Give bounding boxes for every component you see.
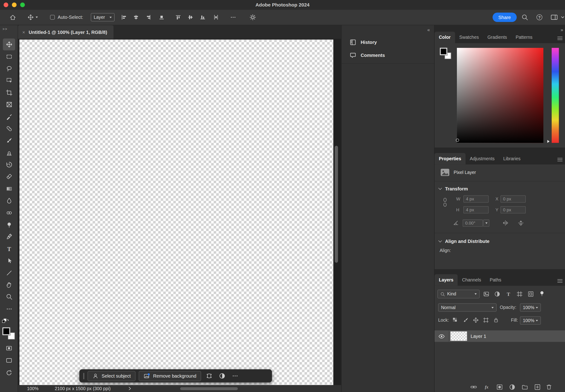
filter-smart-objects-button[interactable] (528, 291, 534, 297)
layer-filter-dropdown[interactable]: Kind (437, 290, 479, 298)
layer-thumbnail[interactable] (450, 331, 467, 341)
history-brush-tool-button[interactable] (3, 159, 15, 171)
move-tool-button[interactable] (3, 39, 15, 51)
canvas[interactable] (19, 40, 333, 385)
align-top-button[interactable] (176, 15, 181, 20)
lock-transparency-button[interactable] (452, 317, 458, 323)
align-bottom-button[interactable] (200, 15, 205, 20)
object-selection-tool-button[interactable] (3, 75, 15, 87)
layer-style-button[interactable]: fx (483, 384, 490, 390)
filter-type-layers-button[interactable]: T (505, 291, 512, 297)
frame-tool-button[interactable] (3, 99, 15, 111)
eyedropper-tool-button[interactable] (3, 111, 15, 123)
search-button[interactable] (521, 14, 528, 21)
tab-properties[interactable]: Properties (434, 153, 465, 165)
height-field[interactable]: 4 px (463, 206, 489, 213)
delete-layer-button[interactable] (546, 384, 552, 390)
auto-select-dropdown[interactable]: Layer (91, 13, 115, 22)
comments-panel-button[interactable]: Comments (346, 49, 388, 61)
flip-vertical-button[interactable] (517, 219, 524, 226)
filter-pixel-layers-button[interactable] (483, 291, 490, 297)
auto-select-checkbox[interactable] (50, 15, 55, 19)
foreground-color-swatch[interactable] (440, 48, 447, 55)
tab-layers[interactable]: Layers (434, 274, 458, 286)
zoom-tool-button[interactable] (3, 291, 15, 303)
screen-mode-button[interactable] (5, 357, 13, 364)
width-field[interactable]: 4 px (463, 196, 489, 203)
filter-toggle-button[interactable] (539, 290, 545, 297)
add-layer-mask-button[interactable] (496, 384, 503, 390)
hue-slider[interactable] (552, 48, 559, 143)
select-subject-button[interactable]: Select subject (88, 371, 135, 381)
default-colors-icon[interactable] (2, 318, 10, 324)
adjustments-button[interactable] (217, 371, 227, 381)
zoom-level-field[interactable]: 100% (27, 386, 39, 391)
marquee-tool-button[interactable] (3, 51, 15, 63)
panel-menu-icon[interactable] (557, 157, 563, 162)
spot-healing-tool-button[interactable] (3, 123, 15, 135)
layer-visibility-toggle[interactable] (434, 330, 449, 342)
pen-tool-button[interactable] (3, 231, 15, 243)
new-group-button[interactable] (521, 384, 528, 390)
color-cursor[interactable] (456, 139, 459, 142)
eraser-tool-button[interactable] (3, 171, 15, 183)
tab-adjustments[interactable]: Adjustments (465, 153, 499, 165)
lasso-tool-button[interactable] (3, 62, 15, 75)
expand-tools-icon[interactable]: >> (2, 27, 7, 31)
panel-menu-icon[interactable] (557, 36, 563, 41)
help-button[interactable]: ? (537, 14, 542, 20)
filter-shape-layers-button[interactable] (516, 291, 523, 297)
gradient-tool-button[interactable] (3, 183, 15, 195)
tab-close-icon[interactable]: × (22, 29, 25, 35)
align-horizontal-centers-button[interactable] (133, 15, 139, 20)
y-field[interactable]: 0 px (501, 206, 526, 213)
x-field[interactable]: 0 px (501, 196, 526, 203)
lock-artboard-button[interactable] (483, 317, 489, 323)
line-tool-button[interactable] (3, 267, 15, 279)
blur-tool-button[interactable] (3, 195, 15, 207)
lock-pixels-button[interactable] (463, 317, 469, 323)
workspace-chevron-button[interactable] (561, 15, 565, 19)
horizontal-scrollbar[interactable] (180, 387, 238, 390)
saturation-brightness-field[interactable] (457, 48, 543, 143)
hand-tool-button[interactable] (3, 279, 15, 291)
tab-gradients[interactable]: Gradients (483, 32, 511, 43)
panel-menu-icon[interactable] (557, 278, 563, 283)
path-selection-tool-button[interactable] (3, 255, 15, 267)
link-dimensions-icon[interactable] (443, 197, 447, 207)
status-chevron-icon[interactable] (128, 386, 131, 390)
distribute-horizontal-centers-button[interactable] (159, 15, 164, 20)
align-vertical-centers-button[interactable] (188, 15, 193, 20)
opacity-dropdown[interactable]: 100% (520, 303, 541, 312)
clone-stamp-tool-button[interactable] (3, 147, 15, 159)
quick-mask-button[interactable] (5, 345, 13, 351)
rotate-view-button[interactable] (5, 369, 13, 377)
align-left-button[interactable] (121, 15, 126, 20)
tab-paths[interactable]: Paths (486, 274, 506, 286)
taskbar-drag-handle[interactable] (83, 373, 84, 379)
lock-all-button[interactable] (493, 317, 499, 323)
workspace-button[interactable] (550, 14, 558, 20)
new-layer-button[interactable] (534, 384, 541, 390)
lock-position-button[interactable] (473, 317, 479, 323)
current-tool-button[interactable] (28, 14, 38, 20)
align-right-button[interactable] (146, 15, 151, 20)
tab-color[interactable]: Color (434, 32, 455, 43)
share-button[interactable]: Share (492, 13, 516, 22)
distribute-vertical-centers-button[interactable] (213, 15, 219, 20)
flip-horizontal-button[interactable] (502, 219, 509, 226)
taskbar-more-button[interactable] (230, 371, 240, 381)
smudge-tool-button[interactable] (3, 207, 15, 219)
angle-field[interactable]: 0.00° (463, 219, 483, 227)
fill-dropdown[interactable]: 100% (520, 316, 541, 325)
new-adjustment-layer-button[interactable] (509, 384, 516, 390)
tab-libraries[interactable]: Libraries (499, 153, 525, 165)
tool-settings-button[interactable] (249, 14, 256, 21)
transform-button[interactable] (204, 371, 214, 381)
layer-row[interactable]: Layer 1 (434, 330, 565, 342)
brush-tool-button[interactable] (3, 135, 15, 147)
foreground-color-swatch[interactable] (2, 327, 10, 335)
link-layers-button[interactable] (470, 384, 477, 390)
crop-tool-button[interactable] (3, 87, 15, 99)
tab-patterns[interactable]: Patterns (511, 32, 537, 43)
